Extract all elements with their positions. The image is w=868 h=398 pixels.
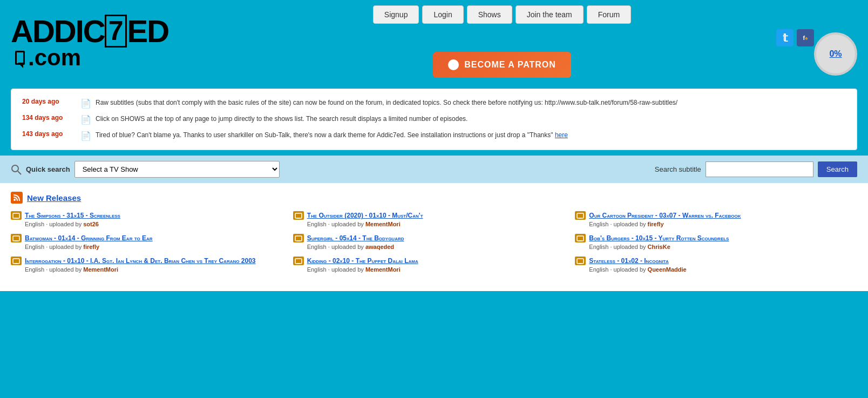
logo-ed: ED xyxy=(127,13,168,49)
logo-7: 7 xyxy=(105,15,127,48)
forum-button[interactable]: Forum xyxy=(587,5,631,24)
tv-icon xyxy=(575,234,586,242)
login-button[interactable]: Login xyxy=(422,5,463,24)
svg-rect-3 xyxy=(13,213,19,218)
svg-rect-7 xyxy=(13,259,19,264)
tv-icon xyxy=(293,234,304,242)
uploader: firefly xyxy=(83,244,99,250)
news-text-1: Raw subtitles (subs that don't comply wi… xyxy=(96,98,677,107)
twitter-icon[interactable]: 𝕥 xyxy=(776,29,794,46)
tv-icon xyxy=(11,234,22,242)
quick-search-label: Quick search xyxy=(26,165,70,173)
header: ADDIC 7 ED .com Signup Login Shows Join … xyxy=(0,0,868,83)
release-column-1: The Simpsons - 31x15 - Screenless Englis… xyxy=(11,211,293,279)
new-releases-header: New Releases xyxy=(11,192,857,204)
release-column-2: The Outsider (2020) - 01x10 - Must/Can't… xyxy=(293,211,575,279)
quick-search-left: Quick search Select a TV Show xyxy=(11,161,280,178)
release-row: Supergirl - 05x14 - The Bodyguard xyxy=(293,234,570,242)
release-row: The Simpsons - 31x15 - Screenless xyxy=(11,211,288,220)
svg-rect-5 xyxy=(13,236,19,241)
facebook-icon[interactable]: f ♠ xyxy=(797,29,814,46)
release-title[interactable]: Interrogation - 01x10 - I.A. Sgt. Ian Ly… xyxy=(25,257,255,265)
release-title[interactable]: The Outsider (2020) - 01x10 - Must/Can't xyxy=(307,212,423,219)
search-area: Quick search Select a TV Show Search sub… xyxy=(0,156,868,183)
logo-area: ADDIC 7 ED .com xyxy=(11,13,168,71)
news-icon-2: 📄 xyxy=(80,114,91,125)
release-column-3: Our Cartoon President - 03x07 - Warren v… xyxy=(575,211,857,279)
search-subtitle-input[interactable] xyxy=(706,161,813,177)
signup-button[interactable]: Signup xyxy=(373,5,419,24)
news-date-1: 20 days ago xyxy=(22,98,76,105)
svg-rect-17 xyxy=(577,236,584,241)
progress-circle[interactable]: 0% xyxy=(814,32,857,76)
list-item: Batwoman - 01x14 - Grinning From Ear to … xyxy=(11,234,288,250)
content-area: New Releases The Simpsons - 31x15 - Scre… xyxy=(0,183,868,291)
svg-point-2 xyxy=(13,199,16,201)
release-title[interactable]: The Simpsons - 31x15 - Screenless xyxy=(25,212,120,219)
uploader: sot26 xyxy=(83,221,99,227)
shows-button[interactable]: Shows xyxy=(467,5,512,24)
list-item: The Simpsons - 31x15 - Screenless Englis… xyxy=(11,211,288,227)
nav-buttons: Signup Login Shows Join the team Forum xyxy=(373,5,631,24)
release-meta: English · uploaded by sot26 xyxy=(25,221,288,227)
search-subtitle-label: Search subtitle xyxy=(655,165,701,173)
news-here-link[interactable]: here xyxy=(555,131,568,139)
tv-icon xyxy=(293,211,304,220)
uploader: MementMori xyxy=(365,266,401,273)
news-date-3: 143 days ago xyxy=(22,130,76,138)
right-area: 0% xyxy=(814,8,857,76)
logo-text: ADDIC xyxy=(11,13,105,49)
news-item-3: 143 days ago 📄 Tired of blue? Can't blam… xyxy=(22,130,846,141)
news-icon-3: 📄 xyxy=(80,131,91,141)
release-title[interactable]: Our Cartoon President - 03x07 - Warren v… xyxy=(589,212,741,219)
release-title[interactable]: Kidding - 02x10 - The Puppet Dalai Lama xyxy=(307,257,418,265)
logo-com: .com xyxy=(28,45,81,71)
tv-show-select[interactable]: Select a TV Show xyxy=(74,161,280,178)
uploader: firefly xyxy=(648,221,664,227)
tv-icon xyxy=(575,211,586,220)
rss-icon xyxy=(11,192,23,204)
uploader: ChrisKe xyxy=(648,244,670,250)
news-box: 20 days ago 📄 Raw subtitles (subs that d… xyxy=(11,89,857,150)
list-item: Bob's Burgers - 10x15 - Yurty Rotten Sco… xyxy=(575,234,852,250)
list-item: Our Cartoon President - 03x07 - Warren v… xyxy=(575,211,852,227)
svg-point-0 xyxy=(12,165,18,172)
release-row: Kidding - 02x10 - The Puppet Dalai Lama xyxy=(293,257,570,265)
uploader: awaqeded xyxy=(365,244,394,250)
new-releases-title[interactable]: New Releases xyxy=(27,193,81,203)
release-title[interactable]: Supergirl - 05x14 - The Bodyguard xyxy=(307,234,404,242)
release-meta: English · uploaded by awaqeded xyxy=(307,244,570,250)
svg-line-1 xyxy=(18,171,21,174)
release-title[interactable]: Batwoman - 01x14 - Grinning From Ear to … xyxy=(25,234,153,242)
list-item: Interrogation - 01x10 - I.A. Sgt. Ian Ly… xyxy=(11,257,288,273)
uploader: QueenMaddie xyxy=(648,266,687,273)
release-title[interactable]: Stateless - 01x02 - Incognita xyxy=(589,257,668,265)
svg-rect-11 xyxy=(295,236,302,241)
tv-icon xyxy=(575,257,586,265)
search-button[interactable]: Search xyxy=(818,161,857,177)
release-row: Bob's Burgers - 10x15 - Yurty Rotten Sco… xyxy=(575,234,852,242)
release-row: Interrogation - 01x10 - I.A. Sgt. Ian Ly… xyxy=(11,257,288,265)
release-title[interactable]: Bob's Burgers - 10x15 - Yurty Rotten Sco… xyxy=(589,234,729,242)
search-subtitle-right: Search subtitle Search xyxy=(655,161,857,177)
become-patron-button[interactable]: BECOME A PATRON xyxy=(433,52,571,78)
join-team-button[interactable]: Join the team xyxy=(516,5,584,24)
search-icon xyxy=(11,164,22,175)
release-meta: English · uploaded by firefly xyxy=(589,221,852,227)
uploader: MementMori xyxy=(365,221,401,227)
patron-area: BECOME A PATRON xyxy=(433,52,571,78)
news-date-2: 134 days ago xyxy=(22,114,76,122)
social-icons: 𝕥 f ♠ xyxy=(776,29,814,46)
news-item-2: 134 days ago 📄 Click on SHOWS at the top… xyxy=(22,114,846,125)
release-meta: English · uploaded by firefly xyxy=(25,244,288,250)
release-row: The Outsider (2020) - 01x10 - Must/Can't xyxy=(293,211,570,220)
news-icon-1: 📄 xyxy=(80,98,91,109)
social-patron-row: 𝕥 f ♠ xyxy=(776,29,814,46)
release-row: Batwoman - 01x14 - Grinning From Ear to … xyxy=(11,234,288,242)
patreon-circle-icon xyxy=(448,59,459,70)
releases-grid: The Simpsons - 31x15 - Screenless Englis… xyxy=(11,211,857,279)
tv-icon xyxy=(293,257,304,265)
uploader: MementMori xyxy=(83,266,118,273)
list-item: The Outsider (2020) - 01x10 - Must/Can't… xyxy=(293,211,570,227)
svg-rect-9 xyxy=(295,213,302,218)
